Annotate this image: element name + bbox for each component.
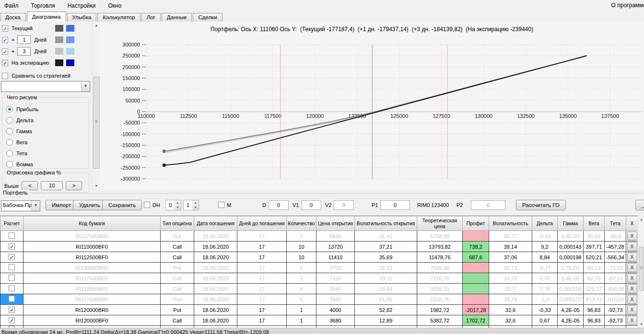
table-scrollbar[interactable]: ▲ ▼ — [638, 216, 644, 328]
p1-field[interactable] — [380, 200, 410, 210]
days-input-2[interactable] — [17, 35, 31, 44]
dh-label: DH — [152, 200, 160, 210]
scroll-down-icon[interactable]: ▼ — [93, 182, 100, 189]
remove-row-button[interactable]: X — [627, 316, 637, 325]
row-checkbox[interactable] — [9, 264, 15, 270]
remove-row-button[interactable]: X — [627, 253, 637, 262]
draw-option-label: Вомма — [16, 161, 33, 167]
radio-icon[interactable] — [6, 139, 13, 146]
cell-delta: 0,67 — [532, 315, 558, 326]
column-header-гамма[interactable]: Гамма — [558, 216, 584, 231]
compare-strategy-checkbox[interactable] — [2, 73, 8, 79]
row-checkbox[interactable] — [9, 275, 15, 281]
dh-spinner-1[interactable]: ▲▼ — [175, 200, 181, 210]
menu-item-4[interactable]: Окно — [102, 0, 128, 11]
column-header-цена-открытия[interactable]: Цена открытия — [316, 216, 355, 231]
delete-button[interactable]: Удалить — [73, 200, 106, 210]
draw-option-вомма[interactable]: Вомма — [6, 160, 33, 169]
row-checkbox[interactable] — [9, 243, 15, 250]
draw-option-прибыль[interactable]: Прибыль — [6, 104, 39, 114]
remove-row-button[interactable]: X — [627, 242, 637, 251]
menu-item-1[interactable]: Файл — [0, 0, 25, 11]
scroll-down-icon[interactable]: ▼ — [638, 321, 644, 328]
remove-row-button[interactable]: X — [627, 295, 637, 304]
layer-checkbox-2[interactable] — [2, 37, 8, 43]
remove-row-button[interactable]: X — [627, 274, 637, 283]
column-header-волатильность-открытия[interactable]: Волатильность открытия — [355, 216, 417, 231]
layer-checkbox-1[interactable] — [2, 25, 8, 32]
days-input-3[interactable] — [17, 47, 31, 56]
cell-date: 18.06.2020 — [194, 315, 237, 326]
menu-item-2[interactable]: Торговля — [25, 0, 61, 11]
menu-item-about[interactable]: О программе — [610, 2, 644, 9]
column-header-теоретическая-цена[interactable]: Теоретическая цена — [417, 216, 463, 231]
tab-улыбка[interactable]: Улыбка — [67, 13, 97, 22]
table-row: RI110000BF0Call18.06.202017101372037,211… — [0, 242, 638, 252]
series-+3 дн. — [164, 57, 585, 153]
row-checkbox[interactable] — [9, 285, 15, 291]
table-scrollbar-thumb[interactable] — [639, 247, 644, 291]
dh-checkbox[interactable] — [144, 202, 150, 208]
remove-row-button[interactable]: X — [627, 263, 637, 272]
tab-диаграмма[interactable]: Диаграмма — [27, 12, 66, 22]
cell-theo: 7636,68 — [417, 263, 463, 273]
cell-type: Call — [161, 273, 194, 284]
dh-spinner-2[interactable]: ▲▼ — [192, 200, 199, 210]
scroll-up-icon[interactable]: ▲ — [93, 22, 100, 29]
d-field[interactable] — [269, 200, 289, 210]
sidebar-scrollbar-thumb[interactable] — [93, 77, 100, 169]
column-header-тип-опциона[interactable]: Тип опциона — [161, 216, 194, 231]
portfolio-select[interactable]: Бабочка-Прод ▼ — [1, 200, 40, 211]
tab-лог[interactable]: Лог — [141, 13, 161, 22]
radio-icon[interactable] — [6, 106, 13, 113]
radio-icon[interactable] — [6, 161, 13, 168]
chevron-down-icon[interactable]: ▼ — [31, 201, 40, 211]
v1-field[interactable] — [301, 200, 321, 210]
row-checkbox[interactable] — [9, 307, 15, 313]
radio-icon[interactable] — [6, 128, 13, 135]
strategy-select[interactable]: ▼ — [1, 81, 90, 92]
cell-code: RI110000BF0 — [23, 242, 161, 252]
tab-калькулятор[interactable]: Калькулятор — [97, 13, 140, 22]
draw-option-дельта[interactable]: Дельта — [6, 115, 34, 125]
row-checkbox[interactable] — [9, 317, 15, 323]
row-checkbox[interactable] — [9, 232, 15, 239]
draw-option-вега[interactable]: Вега — [6, 138, 27, 147]
m-checkbox[interactable] — [218, 202, 224, 208]
menu-item-3[interactable]: Настройки — [61, 0, 102, 11]
column-header-тета[interactable]: Тета — [605, 216, 626, 231]
tab-данные[interactable]: Данные — [162, 13, 192, 22]
column-header-количество[interactable]: Количество — [287, 216, 316, 231]
column-header-дней-до-погашения[interactable]: Дней до погашения — [237, 216, 287, 231]
row-checkbox[interactable] — [9, 296, 15, 302]
column-header-дата-погашения[interactable]: Дата погашения — [194, 216, 237, 231]
row-checkbox[interactable] — [9, 254, 15, 260]
minimized-window-button[interactable]: _ — [635, 200, 644, 210]
radio-icon[interactable] — [6, 117, 13, 124]
column-header-вега[interactable]: Вега — [584, 216, 605, 231]
cell-date: 18.06.2020 — [194, 242, 237, 252]
column-header-x[interactable]: X — [626, 216, 638, 231]
chevron-down-icon[interactable]: ▼ — [81, 81, 90, 92]
sidebar-scrollbar[interactable]: ▲ ▼ — [92, 22, 100, 189]
draw-option-гамма[interactable]: Гамма — [6, 127, 32, 136]
column-header-код-бумаги[interactable]: Код бумаги — [23, 216, 161, 231]
layer-checkbox-4[interactable] — [2, 60, 8, 66]
calc-margin-button[interactable]: Рассчитать ГО — [516, 200, 566, 210]
remove-row-button[interactable]: X — [627, 231, 637, 241]
cell-profit: 738,2 — [463, 242, 489, 252]
column-header-профит[interactable]: Профит — [463, 216, 489, 231]
radio-icon[interactable] — [6, 150, 13, 157]
layer-checkbox-3[interactable] — [2, 48, 8, 55]
remove-row-button[interactable]: X — [627, 284, 637, 293]
portfolio-group-title: Портфель — [1, 190, 29, 196]
remove-row-button[interactable]: X — [627, 305, 637, 314]
column-header-волатильность[interactable]: Волатильность — [489, 216, 532, 231]
draw-option-тета[interactable]: Тета — [6, 149, 27, 158]
column-header-расчет[interactable]: Расчет — [0, 216, 23, 231]
tab-сделки[interactable]: Сделки — [193, 13, 222, 22]
tab-доска[interactable]: Доска — [0, 13, 26, 22]
save-button[interactable]: Сохранить — [102, 200, 142, 210]
scroll-up-icon[interactable]: ▲ — [638, 216, 644, 223]
column-header-дельта[interactable]: Дельта — [532, 216, 558, 231]
